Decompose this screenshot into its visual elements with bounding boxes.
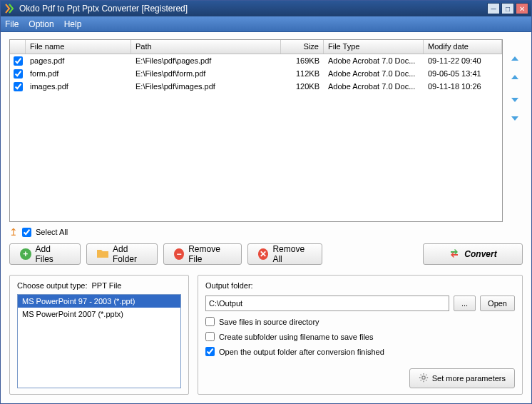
col-path-header[interactable]: Path (131, 40, 281, 54)
move-up-button[interactable] (508, 72, 521, 85)
gear-icon (419, 373, 429, 384)
plus-icon: + (20, 248, 31, 260)
cell-path: E:\Files\pdf\pages.pdf (131, 56, 281, 66)
browse-button[interactable]: ... (454, 296, 476, 311)
content-area: File name Path Size File Type Modify dat… (1, 32, 531, 403)
convert-button[interactable]: Convert (423, 243, 523, 265)
close-button[interactable]: ✕ (516, 3, 528, 14)
open-after-checkbox[interactable] (205, 347, 215, 356)
output-folder-input[interactable] (205, 296, 449, 311)
table-row[interactable]: images.pdfE:\Files\pdf\images.pdf120KBAd… (10, 80, 502, 93)
cell-size: 112KB (281, 69, 324, 79)
menu-file[interactable]: File (5, 19, 19, 29)
table-row[interactable]: form.pdfE:\Files\pdf\form.pdf112KBAdobe … (10, 67, 502, 80)
cell-type: Adobe Acrobat 7.0 Doc... (324, 81, 424, 91)
reorder-controls (507, 39, 523, 222)
svg-point-0 (421, 376, 424, 379)
col-type-header[interactable]: File Type (324, 40, 424, 54)
up-arrow-icon: ↥ (9, 226, 18, 238)
cell-date: 09-11-18 10:26 (424, 81, 502, 91)
table-header: File name Path Size File Type Modify dat… (10, 40, 502, 54)
col-check-header[interactable] (10, 40, 26, 54)
select-all-row: ↥ Select All (9, 226, 523, 238)
move-top-button[interactable] (508, 52, 521, 65)
open-after-label: Open the output folder after conversion … (219, 348, 384, 356)
add-folder-button[interactable]: Add Folder (86, 243, 158, 265)
open-folder-button[interactable]: Open (480, 296, 515, 311)
cell-type: Adobe Acrobat 7.0 Doc... (324, 69, 424, 79)
subfolder-checkbox[interactable] (205, 332, 215, 341)
row-checkbox[interactable] (14, 56, 23, 66)
window-title: Okdo Pdf to Ppt Pptx Converter [Register… (19, 4, 487, 14)
output-folder-panel: Output folder: ... Open Save files in so… (198, 275, 523, 395)
table-body: pages.pdfE:\Files\pdf\pages.pdf169KBAdob… (10, 54, 502, 93)
col-size-header[interactable]: Size (281, 40, 324, 54)
file-area: File name Path Size File Type Modify dat… (9, 39, 523, 222)
save-source-label: Save files in source directory (219, 318, 319, 326)
output-type-panel: Choose output type: PPT File MS PowerPoi… (9, 275, 189, 395)
select-all-checkbox[interactable] (22, 228, 31, 237)
output-folder-label: Output folder: (205, 281, 515, 290)
cell-size: 120KB (281, 81, 324, 91)
output-type-list[interactable]: MS PowerPoint 97 - 2003 (*.ppt)MS PowerP… (17, 294, 181, 388)
move-down-button[interactable] (508, 92, 521, 105)
remove-file-button[interactable]: − Remove File (163, 243, 242, 265)
main-window: Okdo Pdf to Ppt Pptx Converter [Register… (0, 0, 532, 404)
move-bottom-button[interactable] (508, 112, 521, 125)
table-row[interactable]: pages.pdfE:\Files\pdf\pages.pdf169KBAdob… (10, 54, 502, 67)
row-checkbox[interactable] (14, 82, 23, 91)
menubar: File Option Help (1, 16, 531, 32)
cell-name: form.pdf (26, 69, 131, 79)
subfolder-row: Create subfolder using filename to save … (205, 332, 515, 341)
action-buttons: + Add Files Add Folder − Remove File ✕ R… (9, 243, 523, 265)
col-date-header[interactable]: Modify date (424, 40, 502, 54)
titlebar: Okdo Pdf to Ppt Pptx Converter [Register… (1, 1, 531, 16)
minus-icon: − (174, 248, 184, 260)
convert-icon (449, 248, 460, 261)
file-table: File name Path Size File Type Modify dat… (9, 39, 503, 222)
cell-name: pages.pdf (26, 56, 131, 66)
save-source-row: Save files in source directory (205, 317, 515, 326)
output-type-option[interactable]: MS PowerPoint 97 - 2003 (*.ppt) (18, 295, 180, 308)
cell-size: 169KB (281, 56, 324, 66)
subfolder-label: Create subfolder using filename to save … (219, 333, 373, 341)
x-icon: ✕ (258, 248, 268, 260)
app-icon (4, 3, 15, 14)
col-name-header[interactable]: File name (26, 40, 131, 54)
menu-help[interactable]: Help (64, 19, 82, 29)
row-checkbox[interactable] (14, 69, 23, 79)
select-all-label: Select All (36, 228, 68, 236)
cell-path: E:\Files\pdf\images.pdf (131, 81, 281, 91)
set-more-parameters-button[interactable]: Set more parameters (409, 368, 515, 388)
cell-date: 09-06-05 13:41 (424, 69, 502, 79)
minimize-button[interactable]: ─ (487, 3, 500, 14)
cell-name: images.pdf (26, 81, 131, 91)
cell-date: 09-11-22 09:40 (424, 56, 502, 66)
remove-all-button[interactable]: ✕ Remove All (247, 243, 322, 265)
add-files-button[interactable]: + Add Files (9, 243, 81, 265)
output-folder-row: ... Open (205, 296, 515, 311)
menu-option[interactable]: Option (29, 19, 53, 29)
save-source-checkbox[interactable] (205, 317, 215, 326)
cell-type: Adobe Acrobat 7.0 Doc... (324, 56, 424, 66)
open-after-row: Open the output folder after conversion … (205, 347, 515, 356)
output-type-label-row: Choose output type: PPT File (17, 281, 181, 290)
bottom-panels: Choose output type: PPT File MS PowerPoi… (9, 275, 523, 395)
output-type-current: PPT File (91, 281, 121, 290)
output-type-label: Choose output type: (17, 281, 87, 290)
window-buttons: ─ □ ✕ (487, 3, 528, 14)
folder-icon (97, 248, 108, 261)
maximize-button[interactable]: □ (501, 3, 514, 14)
cell-path: E:\Files\pdf\form.pdf (131, 69, 281, 79)
output-type-option[interactable]: MS PowerPoint 2007 (*.pptx) (18, 308, 180, 320)
